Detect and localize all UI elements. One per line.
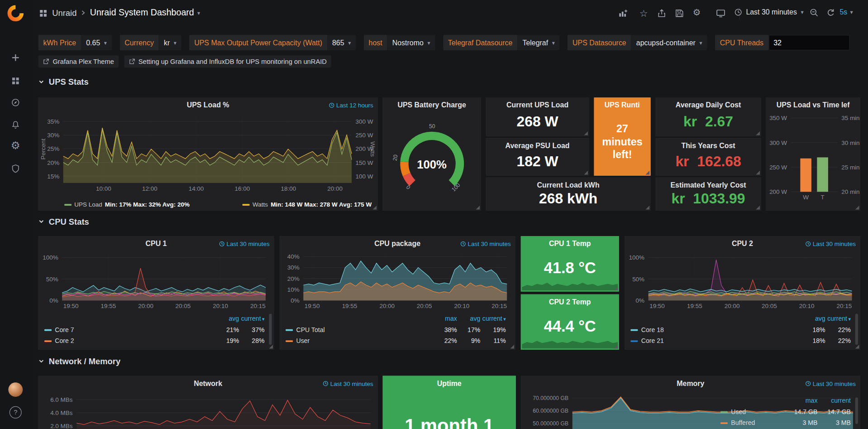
clock-icon (329, 102, 334, 108)
legend-item-watts[interactable]: Watts Min: 148 W Max: 278 W Avg: 175 W (243, 201, 372, 208)
settings-gear-icon[interactable]: ⚙ (693, 7, 701, 18)
svg-text:150 W: 150 W (356, 159, 373, 166)
legend-series[interactable]: Buffered (720, 419, 784, 426)
user-avatar[interactable] (0, 382, 31, 397)
variable-ups-datasource[interactable]: UPS Datasource apcupsd-container▾ (568, 35, 707, 50)
panel-title[interactable]: UPS Runtime (605, 101, 640, 109)
legend-header[interactable]: current (817, 397, 851, 404)
cpu-threads-input[interactable] (768, 35, 849, 50)
grafana-logo-icon[interactable] (0, 5, 31, 22)
panel-title[interactable]: UPS Battery Charge (393, 101, 470, 109)
panel-title[interactable]: UPS Load vs Time left (777, 101, 850, 109)
save-icon[interactable] (675, 9, 684, 18)
panel-resize-handle[interactable] (855, 206, 859, 210)
panel-resize-handle[interactable] (584, 131, 588, 135)
panel-title[interactable]: UPS Load % (49, 101, 367, 109)
panel-resize-handle[interactable] (510, 345, 515, 349)
panel-resize-handle[interactable] (269, 345, 273, 349)
dashboard-link-plex-theme[interactable]: Grafana Plex Theme (38, 55, 119, 67)
panel-resize-handle[interactable] (476, 206, 480, 210)
legend-series[interactable]: Core 21 (630, 337, 800, 344)
variable-value: 865 (332, 39, 344, 47)
share-icon[interactable] (657, 9, 666, 18)
legend-series-name[interactable]: Watts (253, 201, 268, 208)
legend-value: 22% (434, 337, 457, 344)
legend-series[interactable]: Core 2 (44, 337, 214, 344)
time-range-picker[interactable]: Last 30 minutes ▾ (734, 8, 804, 16)
alerting-bell-icon[interactable] (0, 121, 31, 130)
legend-header[interactable]: avg (214, 315, 239, 322)
variable-host[interactable]: host Nostromo▾ (364, 35, 435, 50)
refresh-interval-dropdown[interactable]: 5s ▾ (839, 8, 853, 16)
breadcrumb-app[interactable]: Unraid (52, 8, 76, 18)
add-icon[interactable] (0, 53, 31, 62)
section-ups-stats[interactable]: UPS Stats (38, 77, 89, 87)
panel-resize-handle[interactable] (756, 131, 760, 135)
variable-currency[interactable]: Currency kr▾ (119, 35, 181, 50)
dashboard-title[interactable]: Unraid System Dashboard (90, 8, 194, 18)
zoom-out-icon[interactable] (810, 8, 819, 17)
panel-uptime: Uptime 1 month 1 (383, 376, 516, 429)
legend-header[interactable]: avg (457, 315, 480, 322)
legend-header[interactable]: max (434, 315, 457, 322)
panel-title[interactable]: Uptime (393, 379, 506, 387)
variable-telegraf-datasource[interactable]: Telegraf Datasource Telegraf▾ (443, 35, 560, 50)
add-panel-icon[interactable] (618, 9, 628, 18)
stat-value: 1 month 1 (383, 415, 515, 429)
panel-title[interactable]: Memory (531, 379, 849, 387)
legend-scrollbar[interactable] (855, 397, 858, 424)
chevron-down-icon: ▾ (348, 39, 351, 45)
refresh-icon[interactable] (826, 8, 835, 17)
legend-header[interactable]: current▾ (825, 315, 851, 322)
panel-title[interactable]: Average PSU Load (496, 141, 578, 149)
legend-header[interactable]: current▾ (239, 315, 264, 322)
legend-series[interactable]: User (286, 337, 434, 344)
panel-resize-handle[interactable] (855, 345, 859, 349)
section-network-memory[interactable]: Network / Memory (38, 357, 121, 366)
server-admin-shield-icon[interactable] (0, 164, 31, 173)
dashboard-link-ups-guide[interactable]: Setting up Grafana and InfluxDB for UPS … (124, 55, 331, 67)
legend-value: 3 MB (817, 419, 851, 426)
legend-swatch (64, 204, 72, 206)
dashboards-icon[interactable] (0, 77, 31, 86)
star-icon[interactable]: ☆ (639, 8, 648, 19)
panel-resize-handle[interactable] (646, 206, 650, 210)
legend-header[interactable]: avg (800, 315, 825, 322)
panel-resize-handle[interactable] (646, 171, 650, 175)
panel-resize-handle[interactable] (584, 171, 588, 175)
legend-item-ups-load[interactable]: UPS Load Min: 17% Max: 32% Avg: 20% (64, 201, 190, 208)
panel-resize-handle[interactable] (756, 206, 760, 210)
panel-title[interactable]: Current Load kWh (496, 181, 640, 189)
svg-text:20:00: 20:00 (138, 303, 153, 309)
panel-resize-handle[interactable] (614, 287, 618, 291)
chevron-down-icon[interactable]: ▾ (197, 10, 200, 15)
panel-title[interactable]: Estimated Yearly Cost (666, 181, 750, 189)
configuration-gear-icon[interactable]: ⚙ (0, 141, 31, 150)
variable-value: Nostromo (392, 39, 424, 47)
legend-series[interactable]: Core 18 (630, 327, 800, 333)
legend-header[interactable]: current▾ (480, 315, 506, 322)
legend-series[interactable]: Core 7 (44, 327, 214, 333)
panel-resize-handle[interactable] (756, 171, 760, 175)
legend-header[interactable]: max (784, 397, 818, 404)
apps-grid-icon[interactable] (39, 9, 48, 18)
panel-title[interactable]: Current UPS Load (496, 101, 578, 109)
legend-scrollbar[interactable] (269, 314, 272, 345)
variable-kwh-price[interactable]: kWh Price 0.65▾ (38, 35, 112, 50)
help-icon[interactable]: ? (0, 406, 31, 419)
legend-scrollbar[interactable] (855, 314, 858, 345)
explore-compass-icon[interactable] (0, 98, 31, 107)
panel-resize-handle[interactable] (614, 345, 618, 349)
legend-series[interactable]: CPU Total (286, 327, 434, 333)
panel-title[interactable]: CPU 2 Temp (531, 298, 608, 306)
legend-series[interactable]: Used (720, 409, 784, 415)
variable-ups-max-power[interactable]: UPS Max Output Power Capacity (Watt) 865… (189, 35, 356, 50)
panel-title[interactable]: This Years Cost (666, 141, 750, 149)
panel-title[interactable]: CPU 1 Temp (531, 240, 608, 248)
panel-title[interactable]: Average Daily Cost (666, 101, 750, 109)
tv-cycle-icon[interactable] (716, 8, 725, 18)
section-cpu-stats[interactable]: CPU Stats (38, 217, 89, 226)
legend-series-name[interactable]: UPS Load (74, 201, 102, 208)
panel-resize-handle[interactable] (373, 206, 377, 210)
panel-title[interactable]: Network (49, 379, 367, 387)
